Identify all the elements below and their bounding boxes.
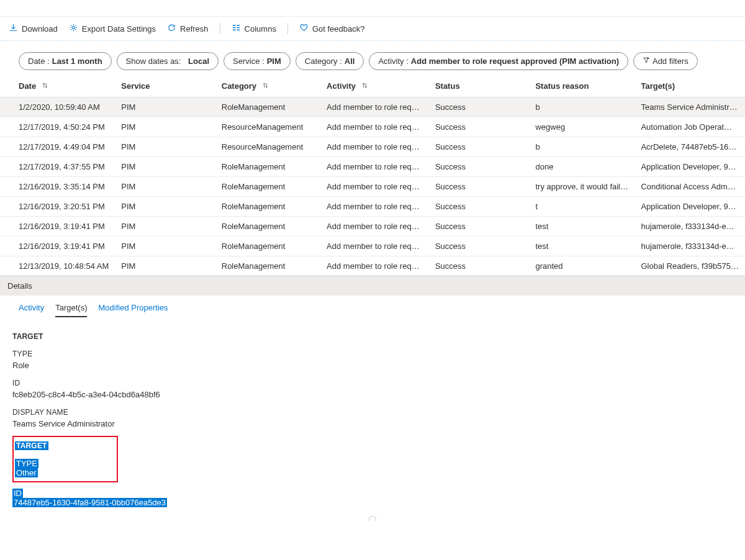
cell-category: RoleManagement — [215, 237, 320, 256]
details-header: Details — [0, 276, 745, 296]
target2-heading: TARGET — [15, 441, 48, 450]
gear-icon — [69, 23, 78, 34]
type2-value: Other — [15, 468, 38, 477]
cell-reason: wegweg — [529, 117, 634, 137]
cell-category: RoleManagement — [215, 97, 320, 117]
cell-target: Teams Service Administr… — [634, 97, 745, 117]
type-label: TYPE — [12, 350, 733, 358]
col-header-service[interactable]: Service — [115, 75, 215, 97]
id-label: ID — [12, 379, 733, 387]
cell-activity: Add member to role req… — [320, 237, 429, 256]
cell-category: RoleManagement — [215, 217, 320, 237]
filter-showdates-label: Show dates as: — [126, 56, 181, 66]
export-settings-button[interactable]: Export Data Settings — [69, 23, 156, 34]
table-row[interactable]: 12/13/2019, 10:48:54 AMPIMRoleManagement… — [0, 256, 745, 276]
audit-table: Date Service Category Activity Status St… — [0, 75, 745, 276]
details-tabs: Activity Target(s) Modified Properties — [0, 296, 745, 317]
tab-modified-properties[interactable]: Modified Properties — [98, 300, 168, 317]
filter-icon — [643, 56, 650, 66]
details-body: TARGET TYPE Role ID fc8eb205-c8c4-4b5c-a… — [0, 317, 745, 513]
table-row[interactable]: 12/16/2019, 3:19:41 PMPIMRoleManagementA… — [0, 237, 745, 256]
add-filters-button[interactable]: Add filters — [633, 52, 698, 70]
refresh-label: Refresh — [180, 24, 209, 34]
table-row[interactable]: 12/16/2019, 3:20:51 PMPIMRoleManagementA… — [0, 197, 745, 217]
tab-activity[interactable]: Activity — [19, 300, 44, 317]
export-label: Export Data Settings — [82, 24, 156, 34]
cell-date: 12/16/2019, 3:19:41 PM — [0, 217, 115, 237]
cell-category: ResourceManagement — [215, 117, 320, 137]
cell-status: Success — [429, 137, 530, 157]
filter-show-dates[interactable]: Show dates as: Local — [117, 52, 219, 70]
filter-showdates-value: Local — [188, 56, 209, 66]
type2-label: TYPE — [15, 459, 38, 468]
target-heading: TARGET — [12, 332, 733, 341]
col-header-activity[interactable]: Activity — [320, 75, 429, 97]
svg-point-0 — [72, 26, 74, 29]
cell-service: PIM — [115, 256, 215, 276]
id2-value: 74487eb5-1630-4fa8-9581-0bb076ea5de3 — [12, 498, 167, 507]
cell-activity: Add member to role req… — [320, 197, 429, 217]
display-name-value: Teams Service Administrator — [12, 419, 733, 428]
tab-targets[interactable]: Target(s) — [55, 300, 87, 317]
command-bar: Download Export Data Settings Refresh Co… — [0, 16, 745, 41]
table-row[interactable]: 12/16/2019, 3:35:14 PMPIMRoleManagementA… — [0, 177, 745, 197]
cell-service: PIM — [115, 177, 215, 197]
col-header-targets[interactable]: Target(s) — [634, 75, 745, 97]
cell-service: PIM — [115, 117, 215, 137]
filter-bar: Date : Last 1 month Show dates as: Local… — [0, 41, 745, 75]
table-row[interactable]: 12/17/2019, 4:50:24 PMPIMResourceManagem… — [0, 117, 745, 137]
cell-status: Success — [429, 256, 530, 276]
divider — [220, 23, 220, 34]
filter-service-value: PIM — [267, 56, 281, 66]
cell-category: RoleManagement — [215, 197, 320, 217]
id2-label: ID — [12, 489, 23, 498]
table-row[interactable]: 12/16/2019, 3:19:41 PMPIMRoleManagementA… — [0, 217, 745, 237]
display-name-label: DISPLAY NAME — [12, 408, 733, 417]
cell-service: PIM — [115, 217, 215, 237]
resize-handle[interactable] — [0, 513, 745, 521]
cell-activity: Add member to role req… — [320, 177, 429, 197]
type-value: Role — [12, 361, 733, 370]
cell-date: 12/17/2019, 4:49:04 PM — [0, 137, 115, 157]
cell-reason: done — [529, 157, 634, 177]
cell-service: PIM — [115, 137, 215, 157]
add-filters-label: Add filters — [652, 56, 689, 66]
id-value: fc8eb205-c8c4-4b5c-a3e4-04cbd6a48bf6 — [12, 390, 733, 399]
filter-activity-value: Add member to role request approved (PIM… — [411, 56, 619, 66]
filter-category[interactable]: Category : All — [296, 52, 364, 70]
feedback-button[interactable]: Got feedback? — [299, 23, 365, 34]
cell-target: hujamerole, f333134d-e… — [634, 237, 745, 256]
filter-date[interactable]: Date : Last 1 month — [19, 52, 112, 70]
cell-category: RoleManagement — [215, 256, 320, 276]
download-button[interactable]: Download — [9, 23, 58, 34]
table-row[interactable]: 12/17/2019, 4:37:55 PMPIMRoleManagementA… — [0, 157, 745, 177]
table-row[interactable]: 12/17/2019, 4:49:04 PMPIMResourceManagem… — [0, 137, 745, 157]
cell-category: ResourceManagement — [215, 137, 320, 157]
cell-reason: try approve, it would fail… — [529, 177, 634, 197]
cell-date: 12/17/2019, 4:37:55 PM — [0, 157, 115, 177]
filter-activity[interactable]: Activity : Add member to role request ap… — [369, 52, 628, 70]
columns-label: Columns — [245, 24, 276, 34]
cell-reason: b — [529, 137, 634, 157]
filter-date-value: Last 1 month — [52, 56, 102, 66]
cell-service: PIM — [115, 157, 215, 177]
cell-date: 12/13/2019, 10:48:54 AM — [0, 256, 115, 276]
filter-service[interactable]: Service : PIM — [224, 52, 291, 70]
cell-reason: granted — [529, 256, 634, 276]
feedback-label: Got feedback? — [312, 24, 365, 34]
cell-activity: Add member to role req… — [320, 97, 429, 117]
refresh-button[interactable]: Refresh — [167, 23, 209, 34]
col-header-category[interactable]: Category — [215, 75, 320, 97]
cell-activity: Add member to role req… — [320, 157, 429, 177]
table-row[interactable]: 1/2/2020, 10:59:40 AMPIMRoleManagementAd… — [0, 97, 745, 117]
col-header-date[interactable]: Date — [0, 75, 115, 97]
col-header-status-reason[interactable]: Status reason — [529, 75, 634, 97]
cell-target: Conditional Access Adm… — [634, 177, 745, 197]
filter-date-label: Date : — [28, 56, 50, 66]
cell-date: 12/16/2019, 3:20:51 PM — [0, 197, 115, 217]
cell-date: 12/16/2019, 3:19:41 PM — [0, 237, 115, 256]
col-header-status[interactable]: Status — [429, 75, 530, 97]
highlighted-target-box: TARGET TYPE Other — [12, 436, 118, 482]
columns-button[interactable]: Columns — [232, 23, 276, 34]
heart-icon — [299, 23, 309, 34]
